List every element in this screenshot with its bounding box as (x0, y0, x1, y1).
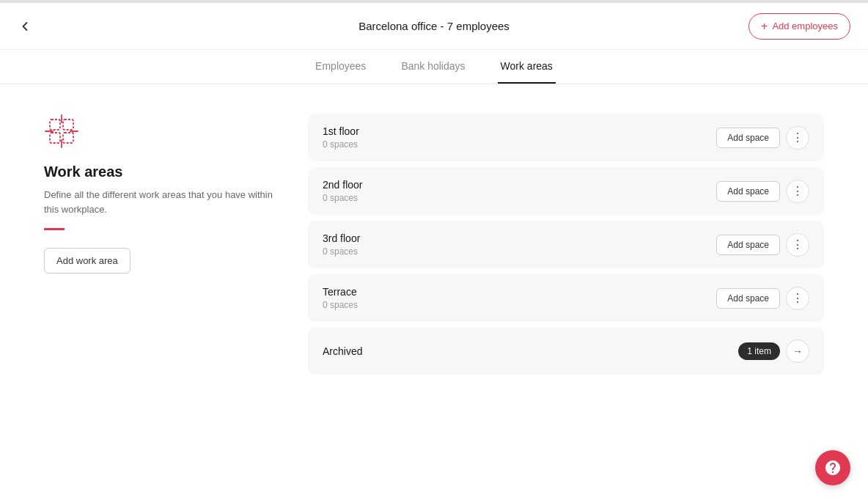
svg-rect-2 (50, 133, 60, 143)
work-areas-title: Work areas (44, 164, 279, 180)
svg-rect-3 (63, 133, 73, 143)
work-area-info-terrace: Terrace 0 spaces (323, 286, 358, 310)
work-area-spaces: 0 spaces (323, 246, 360, 257)
work-area-card-1st-floor: 1st floor 0 spaces Add space ⋮ (308, 114, 824, 161)
svg-rect-0 (50, 120, 60, 130)
work-areas-icon (44, 114, 79, 149)
tab-bank-holidays[interactable]: Bank holidays (398, 50, 468, 84)
archived-label: Archived (323, 345, 362, 357)
more-options-button-1st-floor[interactable]: ⋮ (786, 126, 809, 150)
archived-card: Archived 1 item → (308, 328, 824, 375)
work-area-spaces: 0 spaces (323, 139, 359, 150)
work-area-name: 1st floor (323, 125, 359, 137)
progress-bar (0, 0, 868, 3)
work-area-name: 3rd floor (323, 232, 360, 244)
add-work-area-button[interactable]: Add work area (44, 248, 130, 273)
svg-rect-1 (63, 120, 73, 130)
work-area-name: 2nd floor (323, 179, 362, 191)
more-options-button-terrace[interactable]: ⋮ (786, 287, 809, 310)
work-area-actions-1st-floor: Add space ⋮ (716, 126, 809, 150)
support-icon (824, 459, 842, 477)
work-area-card-3rd-floor: 3rd floor 0 spaces Add space ⋮ (308, 221, 824, 268)
work-area-info-1st-floor: 1st floor 0 spaces (323, 125, 359, 150)
work-area-actions-3rd-floor: Add space ⋮ (716, 233, 809, 257)
work-area-actions-2nd-floor: Add space ⋮ (716, 180, 809, 203)
right-panel: 1st floor 0 spaces Add space ⋮ 2nd floor… (308, 114, 824, 472)
archived-navigate-button[interactable]: → (786, 339, 809, 363)
archived-badge: 1 item (738, 342, 780, 360)
add-space-button-3rd-floor[interactable]: Add space (716, 235, 780, 255)
work-area-info-3rd-floor: 3rd floor 0 spaces (323, 232, 360, 257)
work-area-name: Terrace (323, 286, 358, 298)
work-areas-description: Define all the different work areas that… (44, 188, 279, 216)
tabs-nav: Employees Bank holidays Work areas (0, 50, 868, 84)
work-area-info-2nd-floor: 2nd floor 0 spaces (323, 179, 362, 203)
add-space-button-terrace[interactable]: Add space (716, 288, 780, 309)
more-options-button-2nd-floor[interactable]: ⋮ (786, 180, 809, 203)
plus-icon: + (761, 20, 768, 33)
main-content: Work areas Define all the different work… (0, 84, 868, 502)
work-area-spaces: 0 spaces (323, 193, 362, 203)
page-title: Barcelona office - 7 employees (358, 20, 510, 32)
work-area-card-terrace: Terrace 0 spaces Add space ⋮ (308, 274, 824, 322)
progress-bar-fill (0, 0, 834, 3)
archived-actions: 1 item → (738, 339, 809, 363)
back-button[interactable] (18, 19, 32, 34)
add-space-button-1st-floor[interactable]: Add space (716, 128, 780, 148)
work-area-card-2nd-floor: 2nd floor 0 spaces Add space ⋮ (308, 167, 824, 215)
more-options-button-3rd-floor[interactable]: ⋮ (786, 233, 809, 257)
tab-work-areas[interactable]: Work areas (498, 50, 556, 84)
support-button[interactable] (815, 450, 850, 485)
add-space-button-2nd-floor[interactable]: Add space (716, 181, 780, 202)
header: Barcelona office - 7 employees + Add emp… (0, 3, 868, 50)
tab-employees[interactable]: Employees (312, 50, 369, 84)
red-divider (44, 228, 65, 230)
left-panel: Work areas Define all the different work… (44, 114, 279, 472)
work-area-actions-terrace: Add space ⋮ (716, 287, 809, 310)
work-area-spaces: 0 spaces (323, 300, 358, 310)
add-employees-button[interactable]: + Add employees (749, 13, 850, 40)
